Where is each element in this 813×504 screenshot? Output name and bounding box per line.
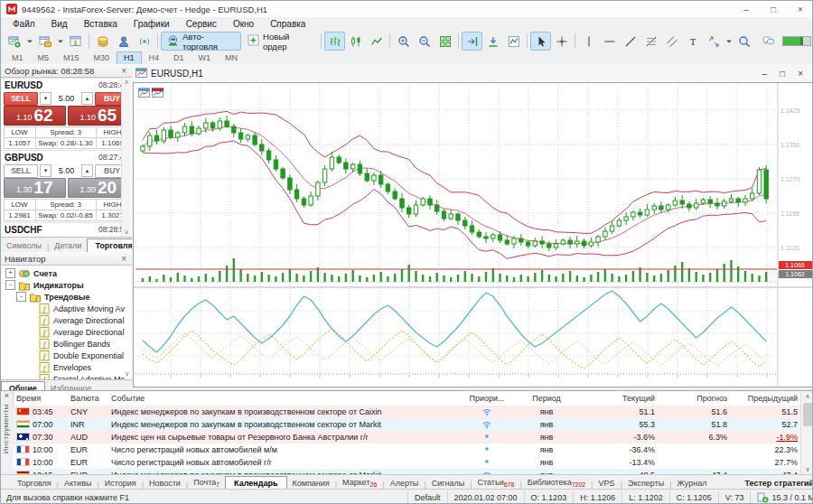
chart-minimize-icon[interactable]: – xyxy=(762,69,768,79)
toolbox-tab[interactable]: История xyxy=(99,477,142,490)
toolbox-tab[interactable]: Сигналы xyxy=(426,477,471,490)
toolbox-tab[interactable]: Почта7 xyxy=(188,476,225,490)
status-profile[interactable]: Default xyxy=(407,491,447,504)
toolbox-tab[interactable]: Активы xyxy=(59,477,97,490)
toolbox-tab[interactable]: Компания xyxy=(287,477,335,490)
vline-icon[interactable] xyxy=(578,32,599,51)
bid-price-tile[interactable]: 1.10 62 xyxy=(4,106,66,126)
scroll-up-icon[interactable]: ∧ xyxy=(801,391,813,402)
sell-button[interactable]: SELL xyxy=(4,92,38,106)
chat-icon[interactable] xyxy=(758,32,779,51)
volume-increase-button[interactable]: ▴ xyxy=(81,164,93,177)
text-tool-icon[interactable]: T xyxy=(682,32,703,51)
arrows-icon[interactable] xyxy=(703,32,724,51)
tree-item[interactable]: +Счета xyxy=(1,267,132,279)
timeframe-m1[interactable]: M1 xyxy=(5,51,31,65)
tab-symbols[interactable]: Символы xyxy=(1,239,47,252)
line-chart-icon[interactable] xyxy=(366,32,387,51)
menu-item[interactable]: Графики xyxy=(126,19,178,29)
chart-mini-icon-2[interactable] xyxy=(152,87,164,98)
timeframe-mn[interactable]: MN xyxy=(218,51,245,65)
scrollbar-thumb[interactable] xyxy=(803,403,812,426)
tree-toggle-icon[interactable]: + xyxy=(5,268,15,278)
strategy-tester-label[interactable]: Тестер стратегий xyxy=(742,477,813,490)
calendar-event-row[interactable]: 10:00EURЧисло регистраций новых автомоби… xyxy=(13,456,801,470)
calendar-scrollbar[interactable]: ∧ ∨ xyxy=(800,391,813,475)
shift-end-icon[interactable] xyxy=(462,32,482,51)
fibo-icon[interactable] xyxy=(640,32,661,51)
tree-item[interactable]: fAdaptive Moving Av xyxy=(1,303,132,314)
tree-toggle-icon[interactable]: - xyxy=(16,292,26,302)
tree-item[interactable]: fBollinger Bands xyxy=(1,338,132,350)
navigator-close-icon[interactable]: × xyxy=(119,254,128,264)
search-icon[interactable] xyxy=(734,32,754,51)
minimize-icon[interactable]: – xyxy=(733,1,760,17)
maximize-icon[interactable]: □ xyxy=(760,1,787,17)
timeframe-m15[interactable]: M15 xyxy=(56,51,87,65)
chart-close-icon[interactable]: × xyxy=(798,69,803,79)
caret-icon[interactable] xyxy=(24,32,34,51)
scroll-up-icon[interactable]: ∧ xyxy=(122,78,131,87)
hline-icon[interactable] xyxy=(599,32,620,51)
tree-item[interactable]: fFractal Adaptive Mc xyxy=(1,373,132,379)
autotrade-button[interactable]: Авто-торговля xyxy=(161,32,241,51)
toolbox-tab[interactable]: Эксперты xyxy=(622,477,669,490)
community-icon[interactable] xyxy=(113,32,134,51)
price-chart[interactable]: 1.14251.13501.12701.11951.11201.10651.10… xyxy=(133,82,813,387)
indicators-list-icon[interactable] xyxy=(503,32,524,51)
calendar-event-row[interactable]: 07:00INRИндекс менеджеров по закупкам в … xyxy=(13,418,801,432)
tree-scroll-down-icon[interactable]: ∨ xyxy=(125,370,129,378)
toolbox-tab[interactable]: Календарь xyxy=(225,476,286,490)
calendar-event-row[interactable]: 03:45CNYИндекс менеджеров по закупкам в … xyxy=(13,406,801,419)
timeframe-m5[interactable]: M5 xyxy=(31,51,57,65)
chart-mini-icon[interactable] xyxy=(138,87,150,98)
signals-icon[interactable] xyxy=(134,32,154,51)
calendar-event-row[interactable]: 07:30AUDИндекс цен на сырьевые товары от… xyxy=(13,431,801,444)
column-header[interactable]: Валюта xyxy=(67,394,107,403)
toolbox-tab[interactable]: VPS xyxy=(593,477,621,490)
volume-input[interactable]: 5.00 xyxy=(53,166,79,175)
symbol-row[interactable]: USDCHF 08:28:58 xyxy=(1,222,132,236)
menu-item[interactable]: Справка xyxy=(262,19,313,29)
column-header[interactable]: Текущий xyxy=(581,394,659,403)
toolbox-close-icon[interactable]: × xyxy=(1,391,13,400)
tree-item[interactable]: -fТрендовые xyxy=(1,291,132,303)
crosshair-icon[interactable] xyxy=(551,32,572,51)
tree-item[interactable]: fDouble Exponential xyxy=(1,350,132,361)
caret-icon[interactable] xyxy=(55,32,65,51)
chart-maximize-icon[interactable]: □ xyxy=(780,69,785,79)
timeframe-d1[interactable]: D1 xyxy=(166,51,192,65)
menu-item[interactable]: Вставка xyxy=(76,19,126,29)
zoom-out-icon[interactable] xyxy=(414,32,435,51)
new-order-button[interactable]: Новый ордер xyxy=(241,32,318,51)
toolbox-tab[interactable]: Торговля xyxy=(12,477,57,490)
candles-icon[interactable] xyxy=(345,32,366,51)
volume-input[interactable]: 5.00 xyxy=(53,94,79,103)
deposit-icon[interactable] xyxy=(92,32,113,51)
volume-increase-button[interactable]: ▴ xyxy=(81,92,93,105)
toolbox-tab[interactable]: Библиотека7202 xyxy=(522,476,592,490)
column-header[interactable]: Время xyxy=(13,394,67,403)
volume-decrease-button[interactable]: ▾ xyxy=(40,164,51,177)
toolbox-tab[interactable]: Новости xyxy=(144,477,186,490)
ask-price-tile[interactable]: 1.10 65 xyxy=(68,106,130,126)
bid-price-tile[interactable]: 1.30 17 xyxy=(4,178,66,198)
channel-icon[interactable] xyxy=(661,32,682,51)
market-watch-scrollbar[interactable]: ∧ ∨ xyxy=(121,78,131,237)
menu-item[interactable]: Файл xyxy=(5,19,43,29)
column-header[interactable]: Предыдущий xyxy=(731,394,801,403)
timeframe-h4[interactable]: H4 xyxy=(142,51,167,65)
ask-price-tile[interactable]: 1.30 20 xyxy=(68,178,130,198)
trendline-icon[interactable] xyxy=(620,32,640,51)
cursor-icon[interactable] xyxy=(530,32,551,51)
toolbox-tab[interactable]: Журнал xyxy=(672,477,713,490)
timeframe-w1[interactable]: W1 xyxy=(192,51,219,65)
tile-windows-icon[interactable] xyxy=(435,32,455,51)
column-header[interactable]: Событие xyxy=(107,394,462,403)
market-watch-close-icon[interactable]: × xyxy=(119,66,128,76)
close-icon[interactable]: × xyxy=(787,1,813,17)
timeframe-m30[interactable]: M30 xyxy=(87,51,117,65)
auto-scroll-icon[interactable] xyxy=(482,32,503,51)
column-header[interactable]: Период xyxy=(512,394,581,403)
column-header[interactable]: Прогноз xyxy=(659,394,731,403)
